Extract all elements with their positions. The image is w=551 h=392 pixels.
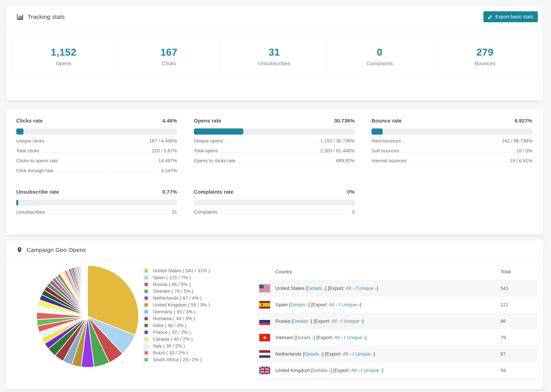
legend-item[interactable]: India ( 46 / 3% ) <box>144 322 257 329</box>
details-link-united-states[interactable]: Details › <box>307 286 325 291</box>
rate-detail-row: Internal bounces19 / 6.81% <box>372 158 532 168</box>
stat-box-opens: 1,152Opens <box>11 34 116 78</box>
rate-detail-value: 18 / 0% <box>516 148 532 154</box>
dotted-leader <box>61 162 156 162</box>
export-basic-stats-button[interactable]: Export basic stats <box>483 11 538 22</box>
legend-label: Russia ( 86 / 5% ) <box>153 282 191 287</box>
legend-item[interactable]: Russia ( 86 / 5% ) <box>144 281 257 288</box>
pie-slice-other-country[interactable] <box>87 266 88 316</box>
legend-label: Canada ( 40 / 2% ) <box>153 336 193 342</box>
rates-card: Clicks rate4.46%Unique clicks167 / 4.456… <box>5 109 544 235</box>
progress-bar-fill <box>372 128 383 135</box>
total-value: 79 <box>501 335 538 340</box>
export-all-link-spain[interactable]: All › <box>329 302 338 307</box>
legend-item[interactable]: Spain ( 121 / 7% ) <box>144 274 257 281</box>
legend-item[interactable]: France ( 42 / 2% ) <box>144 329 257 336</box>
geo-pie-chart[interactable] <box>16 260 144 381</box>
geo-table: Country Total United States [Details ›] … <box>257 264 538 381</box>
dotted-leader <box>238 162 334 162</box>
table-row-russia: Russia [Details ›] [Export: All › / Uniq… <box>257 313 538 329</box>
rate-detail-row: Unique opens1,152 / 30.736% <box>194 138 355 148</box>
details-link-united-kingdom[interactable]: Details › <box>313 368 331 373</box>
bracket-text: ] [Export: <box>325 286 346 291</box>
progress-bar <box>16 200 177 206</box>
legend-swatch <box>144 289 148 294</box>
bracket-text: [ <box>293 335 296 340</box>
rate-detail-label: Soft bounces <box>372 148 399 154</box>
legend-item[interactable]: Romania ( 49 / 3% ) <box>144 315 257 322</box>
legend-item[interactable]: United Kingdom ( 59 / 3% ) <box>144 301 257 308</box>
details-link-spain[interactable]: Details › <box>290 302 309 307</box>
bracket-text: [ <box>304 286 307 291</box>
legend-item[interactable]: South Africa ( 29 / 2% ) <box>144 356 257 363</box>
rates-grid: Clicks rate4.46%Unique clicks167 / 4.456… <box>5 109 543 226</box>
legend-label: Italy ( 36 / 2% ) <box>153 343 185 349</box>
legend-item[interactable]: Germany ( 55 / 3% ) <box>144 308 257 315</box>
stat-box-unsubscribes: 31Unsubscribes <box>221 34 327 78</box>
details-link-russia[interactable]: Details › <box>293 318 311 324</box>
stat-value: 279 <box>476 46 494 58</box>
export-unique-link-russia[interactable]: Unique › <box>344 318 362 324</box>
bracket-text: / <box>338 302 342 307</box>
geo-opens-card: Campaign Geo Opens United States ( 541 /… <box>5 240 544 389</box>
export-icon <box>488 14 493 19</box>
stat-label: Clicks <box>162 61 176 66</box>
rate-detail-label: Total opens <box>194 148 218 154</box>
table-row-united-states: United States [Details ›] [Export: All ›… <box>257 280 538 297</box>
stat-box-bounces: 279Bounces <box>432 34 537 78</box>
legend-item[interactable]: Canada ( 40 / 2% ) <box>144 336 257 343</box>
country-name: United States <box>275 286 304 291</box>
legend-swatch <box>144 282 148 287</box>
bracket-text: [ <box>310 368 313 373</box>
legend-label: Germany ( 55 / 3% ) <box>153 309 196 315</box>
stat-value: 167 <box>161 46 178 58</box>
total-value: 59 <box>501 368 538 373</box>
country-cell: Spain [Details ›] [Export: All › / Uniqu… <box>275 302 501 308</box>
progress-bar-fill <box>16 128 23 135</box>
rate-section-value: 30.736% <box>334 118 355 124</box>
geo-header: Campaign Geo Opens <box>5 240 543 259</box>
export-all-link-russia[interactable]: All › <box>332 318 340 324</box>
flag-gb-icon <box>259 367 270 374</box>
table-row-vietnam: Vietnam [Details ›] [Export: All › / Uni… <box>257 329 538 346</box>
legend-item[interactable]: Brazil ( 33 / 2% ) <box>144 350 257 356</box>
details-link-netherlands[interactable]: Details › <box>304 351 322 357</box>
legend-label: Spain ( 121 / 7% ) <box>153 275 191 280</box>
legend-swatch <box>144 275 148 280</box>
legend-item[interactable]: Vietnam ( 79 / 5% ) <box>144 288 257 295</box>
export-all-link-vietnam[interactable]: All › <box>334 335 343 340</box>
progress-bar <box>194 200 355 206</box>
flag-vn-icon <box>259 334 270 341</box>
rate-section-header: Opens rate30.736% <box>194 118 355 124</box>
dotted-leader <box>48 213 170 214</box>
bracket-text: / <box>340 318 344 324</box>
tracking-stats-header: Tracking stats Export basic stats <box>5 5 543 28</box>
export-unique-link-united-kingdom[interactable]: Unique › <box>364 368 382 373</box>
export-all-link-united-kingdom[interactable]: All › <box>351 368 360 373</box>
export-unique-link-united-states[interactable]: Unique › <box>358 286 377 291</box>
export-unique-link-spain[interactable]: Unique › <box>342 302 360 307</box>
rate-detail-rows: Unique opens1,152 / 30.736%Total opens2,… <box>194 138 355 168</box>
rate-detail-label: Total clicks <box>16 148 39 154</box>
export-unique-link-vietnam[interactable]: Unique › <box>347 335 365 340</box>
geo-legend: United States ( 541 / 31% )Spain ( 121 /… <box>144 260 257 381</box>
bar-chart-icon <box>16 13 24 21</box>
stat-value: 31 <box>269 46 280 58</box>
bracket-text: ] <box>365 335 367 340</box>
legend-item[interactable]: Netherlands ( 67 / 4% ) <box>144 295 257 301</box>
export-unique-link-netherlands[interactable]: Unique › <box>355 351 374 357</box>
total-value: 541 <box>501 286 538 291</box>
rate-detail-label: Opens to clicks rate <box>194 158 235 163</box>
total-value: 86 <box>501 318 538 324</box>
country-name: Russia <box>275 318 290 324</box>
legend-item[interactable]: United States ( 541 / 31% ) <box>144 267 257 274</box>
rate-section-title: Opens rate <box>194 118 221 124</box>
legend-item[interactable]: Italy ( 36 / 2% ) <box>144 343 257 350</box>
bracket-text: ] <box>377 286 378 291</box>
rate-detail-row: Click through rate4.147% <box>16 168 177 178</box>
export-all-link-united-states[interactable]: All › <box>346 286 354 291</box>
legend-label: Vietnam ( 79 / 5% ) <box>153 289 193 294</box>
details-link-vietnam[interactable]: Details › <box>296 335 314 340</box>
dotted-leader <box>56 172 159 172</box>
export-all-link-netherlands[interactable]: All › <box>343 351 351 357</box>
